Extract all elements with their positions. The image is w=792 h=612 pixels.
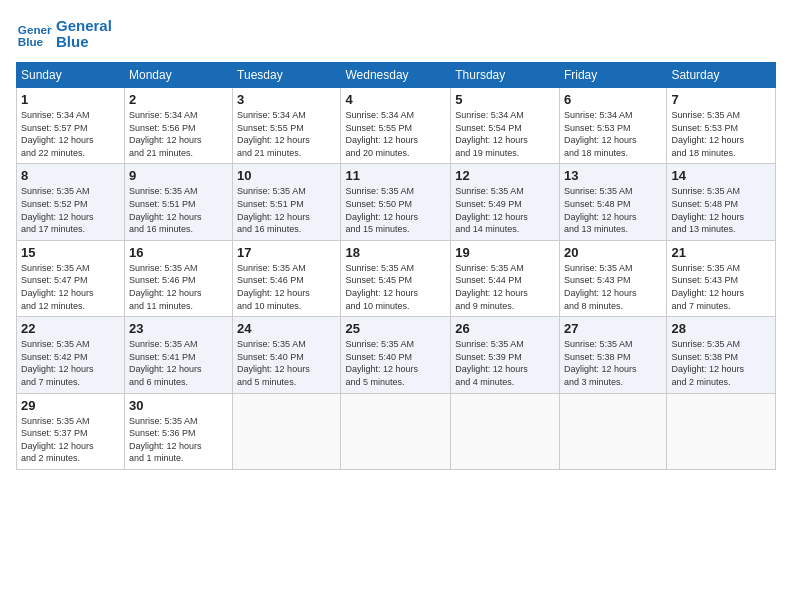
calendar-cell (451, 393, 560, 469)
day-number: 24 (237, 321, 336, 336)
day-number: 3 (237, 92, 336, 107)
day-header-sunday: Sunday (17, 63, 125, 88)
calendar-cell (559, 393, 667, 469)
calendar-cell (667, 393, 776, 469)
day-number: 23 (129, 321, 228, 336)
day-header-friday: Friday (559, 63, 667, 88)
day-info: Sunrise: 5:34 AM Sunset: 5:55 PM Dayligh… (345, 109, 446, 159)
day-number: 12 (455, 168, 555, 183)
calendar-cell: 7Sunrise: 5:35 AM Sunset: 5:53 PM Daylig… (667, 88, 776, 164)
calendar-cell: 11Sunrise: 5:35 AM Sunset: 5:50 PM Dayli… (341, 164, 451, 240)
day-number: 16 (129, 245, 228, 260)
calendar: SundayMondayTuesdayWednesdayThursdayFrid… (16, 62, 776, 470)
day-number: 13 (564, 168, 663, 183)
day-info: Sunrise: 5:35 AM Sunset: 5:38 PM Dayligh… (671, 338, 771, 388)
day-header-saturday: Saturday (667, 63, 776, 88)
calendar-cell: 15Sunrise: 5:35 AM Sunset: 5:47 PM Dayli… (17, 240, 125, 316)
day-number: 27 (564, 321, 663, 336)
day-info: Sunrise: 5:35 AM Sunset: 5:40 PM Dayligh… (237, 338, 336, 388)
day-number: 17 (237, 245, 336, 260)
calendar-cell: 30Sunrise: 5:35 AM Sunset: 5:36 PM Dayli… (124, 393, 232, 469)
calendar-cell: 23Sunrise: 5:35 AM Sunset: 5:41 PM Dayli… (124, 317, 232, 393)
day-number: 30 (129, 398, 228, 413)
calendar-cell (341, 393, 451, 469)
day-number: 15 (21, 245, 120, 260)
calendar-cell: 26Sunrise: 5:35 AM Sunset: 5:39 PM Dayli… (451, 317, 560, 393)
calendar-cell: 4Sunrise: 5:34 AM Sunset: 5:55 PM Daylig… (341, 88, 451, 164)
day-info: Sunrise: 5:35 AM Sunset: 5:50 PM Dayligh… (345, 185, 446, 235)
calendar-cell: 3Sunrise: 5:34 AM Sunset: 5:55 PM Daylig… (233, 88, 341, 164)
day-info: Sunrise: 5:35 AM Sunset: 5:43 PM Dayligh… (564, 262, 663, 312)
day-info: Sunrise: 5:35 AM Sunset: 5:43 PM Dayligh… (671, 262, 771, 312)
logo: General Blue General Blue (16, 16, 112, 52)
calendar-cell: 6Sunrise: 5:34 AM Sunset: 5:53 PM Daylig… (559, 88, 667, 164)
day-info: Sunrise: 5:35 AM Sunset: 5:48 PM Dayligh… (564, 185, 663, 235)
day-number: 29 (21, 398, 120, 413)
calendar-cell: 8Sunrise: 5:35 AM Sunset: 5:52 PM Daylig… (17, 164, 125, 240)
day-number: 9 (129, 168, 228, 183)
calendar-cell: 20Sunrise: 5:35 AM Sunset: 5:43 PM Dayli… (559, 240, 667, 316)
day-number: 26 (455, 321, 555, 336)
day-number: 21 (671, 245, 771, 260)
calendar-cell: 14Sunrise: 5:35 AM Sunset: 5:48 PM Dayli… (667, 164, 776, 240)
day-info: Sunrise: 5:34 AM Sunset: 5:57 PM Dayligh… (21, 109, 120, 159)
day-number: 8 (21, 168, 120, 183)
calendar-cell: 2Sunrise: 5:34 AM Sunset: 5:56 PM Daylig… (124, 88, 232, 164)
calendar-row-4: 22Sunrise: 5:35 AM Sunset: 5:42 PM Dayli… (17, 317, 776, 393)
logo-blue: Blue (56, 34, 112, 51)
day-header-monday: Monday (124, 63, 232, 88)
calendar-row-1: 1Sunrise: 5:34 AM Sunset: 5:57 PM Daylig… (17, 88, 776, 164)
header: General Blue General Blue (16, 16, 776, 52)
day-info: Sunrise: 5:35 AM Sunset: 5:40 PM Dayligh… (345, 338, 446, 388)
day-number: 10 (237, 168, 336, 183)
day-number: 4 (345, 92, 446, 107)
day-info: Sunrise: 5:35 AM Sunset: 5:45 PM Dayligh… (345, 262, 446, 312)
day-number: 28 (671, 321, 771, 336)
day-info: Sunrise: 5:34 AM Sunset: 5:53 PM Dayligh… (564, 109, 663, 159)
day-info: Sunrise: 5:35 AM Sunset: 5:47 PM Dayligh… (21, 262, 120, 312)
calendar-cell: 17Sunrise: 5:35 AM Sunset: 5:46 PM Dayli… (233, 240, 341, 316)
calendar-cell: 9Sunrise: 5:35 AM Sunset: 5:51 PM Daylig… (124, 164, 232, 240)
day-info: Sunrise: 5:35 AM Sunset: 5:44 PM Dayligh… (455, 262, 555, 312)
calendar-row-5: 29Sunrise: 5:35 AM Sunset: 5:37 PM Dayli… (17, 393, 776, 469)
day-info: Sunrise: 5:35 AM Sunset: 5:52 PM Dayligh… (21, 185, 120, 235)
calendar-cell: 1Sunrise: 5:34 AM Sunset: 5:57 PM Daylig… (17, 88, 125, 164)
calendar-cell: 28Sunrise: 5:35 AM Sunset: 5:38 PM Dayli… (667, 317, 776, 393)
day-header-thursday: Thursday (451, 63, 560, 88)
calendar-cell: 13Sunrise: 5:35 AM Sunset: 5:48 PM Dayli… (559, 164, 667, 240)
calendar-cell (233, 393, 341, 469)
day-info: Sunrise: 5:35 AM Sunset: 5:37 PM Dayligh… (21, 415, 120, 465)
day-info: Sunrise: 5:35 AM Sunset: 5:42 PM Dayligh… (21, 338, 120, 388)
day-info: Sunrise: 5:34 AM Sunset: 5:54 PM Dayligh… (455, 109, 555, 159)
day-info: Sunrise: 5:35 AM Sunset: 5:48 PM Dayligh… (671, 185, 771, 235)
day-number: 25 (345, 321, 446, 336)
day-number: 22 (21, 321, 120, 336)
day-header-wednesday: Wednesday (341, 63, 451, 88)
calendar-cell: 29Sunrise: 5:35 AM Sunset: 5:37 PM Dayli… (17, 393, 125, 469)
day-header-tuesday: Tuesday (233, 63, 341, 88)
logo-general: General (56, 17, 112, 34)
calendar-cell: 19Sunrise: 5:35 AM Sunset: 5:44 PM Dayli… (451, 240, 560, 316)
calendar-cell: 22Sunrise: 5:35 AM Sunset: 5:42 PM Dayli… (17, 317, 125, 393)
day-number: 18 (345, 245, 446, 260)
day-info: Sunrise: 5:35 AM Sunset: 5:49 PM Dayligh… (455, 185, 555, 235)
day-info: Sunrise: 5:35 AM Sunset: 5:46 PM Dayligh… (129, 262, 228, 312)
calendar-cell: 21Sunrise: 5:35 AM Sunset: 5:43 PM Dayli… (667, 240, 776, 316)
day-info: Sunrise: 5:35 AM Sunset: 5:36 PM Dayligh… (129, 415, 228, 465)
day-info: Sunrise: 5:35 AM Sunset: 5:51 PM Dayligh… (237, 185, 336, 235)
calendar-row-3: 15Sunrise: 5:35 AM Sunset: 5:47 PM Dayli… (17, 240, 776, 316)
day-number: 2 (129, 92, 228, 107)
day-number: 14 (671, 168, 771, 183)
calendar-row-2: 8Sunrise: 5:35 AM Sunset: 5:52 PM Daylig… (17, 164, 776, 240)
day-info: Sunrise: 5:34 AM Sunset: 5:56 PM Dayligh… (129, 109, 228, 159)
svg-text:Blue: Blue (18, 35, 44, 48)
calendar-cell: 27Sunrise: 5:35 AM Sunset: 5:38 PM Dayli… (559, 317, 667, 393)
calendar-cell: 10Sunrise: 5:35 AM Sunset: 5:51 PM Dayli… (233, 164, 341, 240)
day-info: Sunrise: 5:35 AM Sunset: 5:51 PM Dayligh… (129, 185, 228, 235)
calendar-header-row: SundayMondayTuesdayWednesdayThursdayFrid… (17, 63, 776, 88)
day-info: Sunrise: 5:35 AM Sunset: 5:41 PM Dayligh… (129, 338, 228, 388)
day-info: Sunrise: 5:35 AM Sunset: 5:38 PM Dayligh… (564, 338, 663, 388)
calendar-cell: 16Sunrise: 5:35 AM Sunset: 5:46 PM Dayli… (124, 240, 232, 316)
day-info: Sunrise: 5:35 AM Sunset: 5:53 PM Dayligh… (671, 109, 771, 159)
calendar-cell: 25Sunrise: 5:35 AM Sunset: 5:40 PM Dayli… (341, 317, 451, 393)
